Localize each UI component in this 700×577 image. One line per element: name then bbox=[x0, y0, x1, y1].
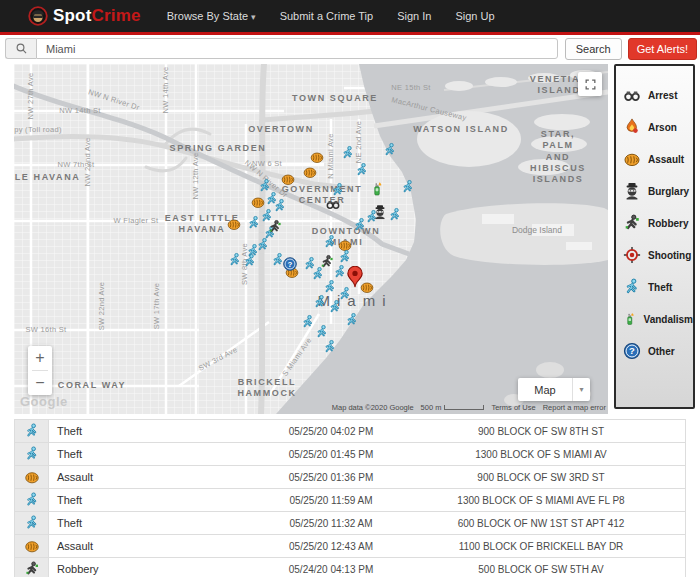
legend-label-other: Other bbox=[648, 346, 675, 357]
theft-icon bbox=[24, 515, 40, 531]
zoom-out-button[interactable]: − bbox=[28, 371, 52, 395]
assault-marker[interactable] bbox=[303, 165, 318, 180]
theft-marker[interactable] bbox=[228, 253, 243, 268]
legend-label-shooting: Shooting bbox=[648, 250, 691, 261]
search-input[interactable] bbox=[36, 38, 558, 59]
legend-label-arrest: Arrest bbox=[648, 90, 677, 101]
theft-marker[interactable] bbox=[243, 254, 258, 269]
robbery-marker[interactable] bbox=[268, 220, 283, 235]
arson-icon bbox=[623, 118, 641, 136]
fullscreen-button[interactable] bbox=[578, 72, 602, 96]
zoom-in-button[interactable]: + bbox=[28, 346, 52, 370]
robbery-marker[interactable] bbox=[320, 255, 335, 270]
assault-icon bbox=[623, 150, 641, 168]
theft-marker[interactable] bbox=[345, 313, 360, 328]
main-content: TOWN SQUAREOVERTOWNSPRING GARDENWATSON I… bbox=[0, 62, 700, 414]
legend-label-assault: Assault bbox=[648, 154, 684, 165]
table-row[interactable]: Assault05/25/20 01:36 PM900 BLOCK OF SW … bbox=[15, 466, 685, 489]
incident-address: 900 BLOCK OF SW 8TH ST bbox=[427, 426, 685, 437]
incident-address: 1300 BLOCK OF S MIAMI AVE FL P8 bbox=[427, 495, 685, 506]
legend-item-robbery: Robbery bbox=[616, 207, 693, 239]
nav-item-label: Sign Up bbox=[455, 10, 494, 22]
nav-item-sign-up[interactable]: Sign Up bbox=[455, 10, 494, 22]
map-type-dropdown[interactable]: Map ▾ bbox=[518, 378, 590, 401]
location-pin-icon bbox=[344, 266, 366, 288]
crime-map[interactable]: TOWN SQUAREOVERTOWNSPRING GARDENWATSON I… bbox=[14, 64, 608, 414]
incident-date: 05/25/20 11:59 AM bbox=[235, 495, 427, 506]
legend-item-shooting: Shooting bbox=[616, 239, 693, 271]
other-marker[interactable] bbox=[283, 257, 298, 272]
legend-item-vandalism: Vandalism bbox=[616, 303, 693, 335]
table-row[interactable]: Theft05/25/20 11:32 AM600 BLOCK OF NW 1S… bbox=[15, 512, 685, 535]
nav-item-label: Submit a Crime Tip bbox=[280, 10, 374, 22]
theft-marker[interactable] bbox=[341, 146, 356, 161]
incident-date: 05/25/20 01:45 PM bbox=[235, 449, 427, 460]
theft-marker[interactable] bbox=[388, 208, 403, 223]
table-row[interactable]: Assault05/25/20 12:43 AM1100 BLOCK OF BR… bbox=[15, 535, 685, 558]
map-scale: 500 m bbox=[421, 403, 485, 412]
brand-text: SpotCrime bbox=[53, 6, 141, 26]
other-icon bbox=[623, 342, 641, 360]
assault-marker[interactable] bbox=[310, 150, 325, 165]
nav-item-submit-a-crime-tip[interactable]: Submit a Crime Tip bbox=[280, 10, 374, 22]
robbery-icon bbox=[24, 561, 40, 577]
theft-marker[interactable] bbox=[401, 180, 416, 195]
vandalism-marker[interactable] bbox=[370, 182, 385, 197]
theft-marker[interactable] bbox=[383, 143, 398, 158]
assault-icon bbox=[24, 469, 40, 485]
report-map-error-link[interactable]: Report a map error bbox=[543, 403, 606, 412]
legend-label-arson: Arson bbox=[648, 122, 677, 133]
search-icon bbox=[15, 42, 28, 55]
theft-marker[interactable] bbox=[315, 325, 330, 340]
theft-marker[interactable] bbox=[355, 163, 370, 178]
incident-type: Theft bbox=[49, 448, 235, 460]
caret-down-icon: ▾ bbox=[251, 12, 256, 22]
arrest-marker[interactable] bbox=[326, 197, 341, 212]
incident-icon-cell bbox=[15, 420, 49, 442]
assault-icon bbox=[24, 538, 40, 554]
incident-date: 05/25/20 11:32 AM bbox=[235, 518, 427, 529]
chevron-down-icon: ▾ bbox=[572, 378, 590, 401]
brand-crime: Crime bbox=[92, 6, 141, 25]
table-row[interactable]: Theft05/25/20 04:02 PM900 BLOCK OF SW 8T… bbox=[15, 420, 685, 443]
spotcrime-logo[interactable]: SpotCrime bbox=[28, 6, 141, 26]
assault-marker[interactable] bbox=[281, 172, 296, 187]
shooting-icon bbox=[623, 246, 641, 264]
arrest-icon bbox=[623, 86, 641, 104]
burglary-marker[interactable] bbox=[373, 205, 388, 220]
theft-marker[interactable] bbox=[338, 250, 353, 265]
incident-type: Robbery bbox=[49, 563, 235, 575]
theft-marker[interactable] bbox=[313, 295, 328, 310]
theft-marker[interactable] bbox=[353, 218, 368, 233]
nav-item-sign-in[interactable]: Sign In bbox=[397, 10, 431, 22]
legend-label-robbery: Robbery bbox=[648, 218, 689, 229]
theft-marker[interactable] bbox=[323, 235, 338, 250]
theft-marker[interactable] bbox=[273, 199, 288, 214]
incident-address: 1100 BLOCK OF BRICKELL BAY DR bbox=[427, 541, 685, 552]
incident-icon-cell bbox=[15, 558, 49, 577]
incident-icon-cell bbox=[15, 512, 49, 534]
nav-item-label: Browse By State bbox=[167, 10, 248, 22]
map-data-credit: Map data ©2020 Google bbox=[332, 403, 414, 412]
theft-marker[interactable] bbox=[247, 216, 262, 231]
theft-marker[interactable] bbox=[323, 340, 338, 355]
assault-marker[interactable] bbox=[227, 217, 242, 232]
terms-of-use-link[interactable]: Terms of Use bbox=[491, 403, 535, 412]
table-row[interactable]: Theft05/25/20 01:45 PM1300 BLOCK OF S MI… bbox=[15, 443, 685, 466]
search-button[interactable]: Search bbox=[565, 38, 622, 60]
theft-marker[interactable] bbox=[328, 300, 343, 315]
table-row[interactable]: Robbery05/24/20 04:13 PM500 BLOCK OF SW … bbox=[15, 558, 685, 577]
incident-type: Theft bbox=[49, 517, 235, 529]
top-navbar: SpotCrime Browse By State▾Submit a Crime… bbox=[0, 0, 700, 32]
assault-marker[interactable] bbox=[251, 195, 266, 210]
vandalism-icon bbox=[623, 310, 637, 328]
theft-marker[interactable] bbox=[331, 183, 346, 198]
table-row[interactable]: Theft05/25/20 11:59 AM1300 BLOCK OF S MI… bbox=[15, 489, 685, 512]
theft-marker[interactable] bbox=[323, 280, 338, 295]
robbery-icon bbox=[623, 214, 641, 232]
theft-icon bbox=[24, 492, 40, 508]
nav-item-browse-by-state[interactable]: Browse By State▾ bbox=[167, 10, 256, 22]
theft-marker[interactable] bbox=[301, 315, 316, 330]
theft-marker[interactable] bbox=[338, 287, 353, 302]
get-alerts-button[interactable]: Get Alerts! bbox=[628, 38, 697, 60]
